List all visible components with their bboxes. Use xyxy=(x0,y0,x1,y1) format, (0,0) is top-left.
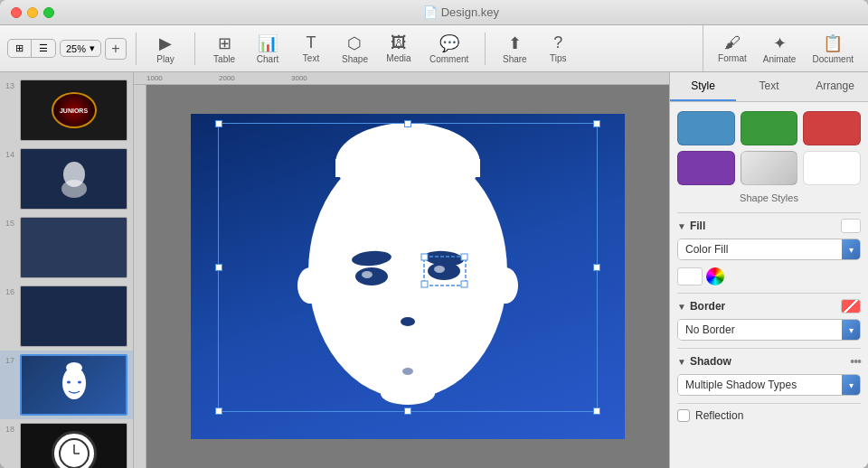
divider-2 xyxy=(677,293,861,294)
juniors-text: JUNIORS xyxy=(60,108,88,114)
slide-13[interactable]: 13 JUNIORS xyxy=(0,76,133,145)
ruler-mark-3000: 3000 xyxy=(291,74,363,82)
table-icon: ⊞ xyxy=(218,33,231,53)
style-swatches xyxy=(677,111,861,185)
slide-canvas[interactable] xyxy=(146,85,669,468)
shadow-type-dropdown[interactable]: Multiple Shadow Types xyxy=(678,375,842,395)
border-dropdown-btn[interactable]: ▾ xyxy=(842,320,860,340)
border-type-dropdown[interactable]: No Border xyxy=(678,320,842,340)
svg-rect-17 xyxy=(421,254,428,260)
animate-button[interactable]: ✦ Animate xyxy=(756,30,804,68)
fill-color-swatch-sm[interactable] xyxy=(677,267,703,285)
divider-1 xyxy=(677,212,861,213)
fill-color-swatch[interactable] xyxy=(841,219,861,233)
svg-point-4 xyxy=(67,380,71,383)
svg-point-27 xyxy=(402,368,413,375)
text-button[interactable]: T Text xyxy=(291,30,331,67)
fill-type-dropdown[interactable]: Color Fill xyxy=(678,239,842,259)
media-button[interactable]: 🖼 Media xyxy=(379,30,419,67)
view-segmented[interactable]: ⊞ ☰ xyxy=(7,39,56,58)
svg-point-26 xyxy=(493,267,518,304)
tips-icon: ? xyxy=(553,33,562,52)
slide-17[interactable]: 17 xyxy=(0,351,133,419)
swatch-green[interactable] xyxy=(741,111,798,145)
panel-tabs: Style Text Arrange xyxy=(670,72,868,102)
traffic-lights xyxy=(11,7,54,18)
face-svg xyxy=(254,114,561,439)
face-container xyxy=(191,114,625,439)
border-color-swatch[interactable] xyxy=(841,299,861,314)
titlebar: 📄 Design.key xyxy=(0,0,868,25)
play-button[interactable]: ▶ Play xyxy=(146,30,185,68)
tips-button[interactable]: ? Tips xyxy=(538,30,578,67)
svg-point-15 xyxy=(362,271,373,278)
minimize-button[interactable] xyxy=(27,7,38,18)
panel-body: Shape Styles ▼ Fill Color Fill ▾ xyxy=(670,102,868,468)
chart-label: Chart xyxy=(257,54,278,64)
tab-text[interactable]: Text xyxy=(736,72,802,101)
slide-13-num: 13 xyxy=(5,81,20,90)
add-slide-icon[interactable]: + xyxy=(105,38,127,60)
ruler-left xyxy=(134,85,146,468)
border-chevron-icon[interactable]: ▼ xyxy=(677,302,686,312)
document-button[interactable]: 📋 Document xyxy=(805,30,861,68)
document-icon: 📋 xyxy=(823,33,843,53)
slide-16[interactable]: 16 xyxy=(0,282,133,351)
swatch-purple[interactable] xyxy=(677,151,735,185)
text-label: Text xyxy=(303,53,319,63)
shadow-section-header: ▼ Shadow ••• xyxy=(677,354,861,369)
close-button[interactable] xyxy=(11,7,22,18)
swatch-blue[interactable] xyxy=(677,111,735,145)
swatch-gray[interactable] xyxy=(741,151,798,185)
shadow-chevron-icon[interactable]: ▼ xyxy=(677,357,686,367)
media-icon: 🖼 xyxy=(391,33,407,52)
ruler-mark-1000: 1000 xyxy=(146,74,219,82)
chart-icon: 📊 xyxy=(258,33,278,53)
svg-point-23 xyxy=(401,317,415,326)
slide-18[interactable]: 18 xyxy=(0,419,133,468)
fill-color-wheel[interactable] xyxy=(706,267,724,285)
panel-toolbar: 🖌 Format ✦ Animate 📋 Document xyxy=(703,25,868,71)
slide-main xyxy=(191,114,625,439)
slide-14-content xyxy=(56,154,92,204)
ruler-top: 1000 2000 3000 xyxy=(134,72,669,85)
slide-15-num: 15 xyxy=(5,219,20,228)
fill-chevron-icon[interactable]: ▼ xyxy=(677,221,686,231)
svg-rect-20 xyxy=(461,281,467,287)
shape-button[interactable]: ⬡ Shape xyxy=(335,30,375,68)
swatch-red[interactable] xyxy=(803,111,861,145)
comment-label: Comment xyxy=(429,54,468,64)
slide-15[interactable]: 15 xyxy=(0,213,133,282)
comment-button[interactable]: 💬 Comment xyxy=(422,30,476,68)
reflection-checkbox[interactable] xyxy=(677,409,690,422)
fill-dropdown-btn[interactable]: ▾ xyxy=(842,239,860,259)
slide-14-num: 14 xyxy=(5,150,20,159)
fill-title: Fill xyxy=(690,220,837,232)
shape-styles-label: Shape Styles xyxy=(677,192,861,203)
chart-button[interactable]: 📊 Chart xyxy=(248,30,288,68)
border-title: Border xyxy=(690,300,837,313)
tab-style[interactable]: Style xyxy=(670,72,736,101)
slide-14[interactable]: 14 xyxy=(0,145,133,213)
slide-18-num: 18 xyxy=(5,425,20,434)
shape-icon: ⬡ xyxy=(347,33,362,53)
format-button[interactable]: 🖌 Format xyxy=(711,30,754,67)
canvas-area: 1000 2000 3000 xyxy=(134,72,669,468)
table-button[interactable]: ⊞ Table xyxy=(204,30,244,68)
media-label: Media xyxy=(386,53,410,63)
tab-arrange[interactable]: Arrange xyxy=(802,72,868,101)
view-list-button[interactable]: ☰ xyxy=(32,40,55,57)
slide-15-thumb xyxy=(20,217,127,278)
face-thumb xyxy=(56,356,92,414)
shadow-dropdown-btn[interactable]: ▾ xyxy=(842,375,860,395)
zoom-control[interactable]: 25% ▾ xyxy=(60,40,101,57)
view-grid-button[interactable]: ⊞ xyxy=(8,40,32,57)
share-button[interactable]: ⬆ Share xyxy=(495,30,534,68)
play-icon: ▶ xyxy=(159,33,172,53)
shadow-dropdown-wrap: Multiple Shadow Types ▾ xyxy=(677,374,861,396)
shadow-options-icon[interactable]: ••• xyxy=(850,354,861,369)
fullscreen-button[interactable] xyxy=(43,7,54,18)
fill-section-header: ▼ Fill xyxy=(677,219,861,233)
table-label: Table xyxy=(213,54,235,64)
swatch-white[interactable] xyxy=(803,151,861,185)
